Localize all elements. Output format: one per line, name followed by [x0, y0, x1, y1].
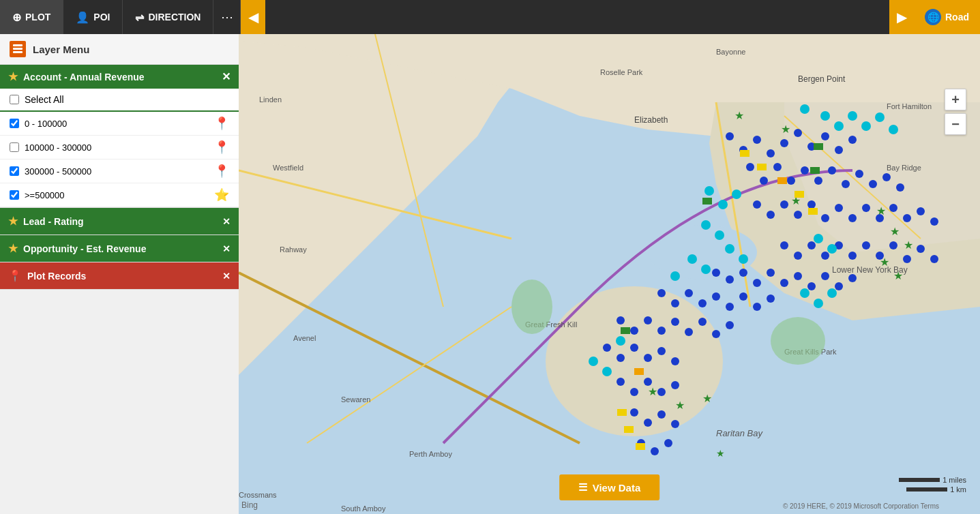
svg-rect-1: [13, 48, 23, 50]
svg-point-89: [780, 279, 788, 287]
svg-rect-174: [624, 426, 634, 433]
road-button[interactable]: 🌐 Road: [914, 0, 980, 34]
svg-text:Bay Ridge: Bay Ridge: [887, 164, 921, 172]
revenue-row-3: >=500000 ⭐: [0, 183, 239, 207]
plot-button[interactable]: ⊕ PLOT: [0, 0, 63, 34]
bing-text: Bing: [241, 500, 258, 510]
svg-text:★: ★: [904, 239, 913, 251]
select-all-label: Select All: [25, 94, 64, 105]
zoom-out-button[interactable]: −: [945, 113, 966, 135]
revenue-checkbox-2[interactable]: [10, 166, 19, 176]
svg-point-154: [589, 357, 598, 366]
svg-text:Rahway: Rahway: [280, 245, 307, 254]
revenue-label-1: 100000 - 300000: [25, 142, 91, 153]
expand-icon: ▶: [897, 9, 907, 25]
poi-button[interactable]: 👤 POI: [63, 0, 123, 34]
poi-icon: 👤: [76, 11, 89, 24]
revenue-row-2: 300000 - 500000 📍: [0, 160, 239, 183]
plot-records-title: Plot Records: [27, 271, 86, 282]
direction-button[interactable]: ⇌ DIRECTION: [123, 0, 213, 34]
svg-point-59: [767, 211, 775, 219]
svg-text:Crossmans: Crossmans: [239, 491, 277, 499]
svg-point-36: [726, 132, 734, 140]
select-all-row: Select All: [0, 89, 239, 112]
svg-point-127: [671, 420, 679, 428]
account-revenue-section: ★ Account - Annual Revenue ✕ Select All …: [0, 65, 239, 208]
map-area: Westfield Linden Rahway Avenel Sewaren P…: [239, 34, 980, 514]
svg-text:★: ★: [716, 448, 725, 459]
svg-rect-175: [636, 443, 645, 450]
svg-text:Westfield: Westfield: [273, 164, 303, 172]
select-all-checkbox[interactable]: [10, 95, 19, 104]
revenue-row-0: 0 - 100000 📍: [0, 112, 239, 136]
svg-point-47: [760, 177, 768, 185]
svg-text:Sewaren: Sewaren: [341, 395, 370, 404]
svg-text:★: ★: [893, 270, 903, 282]
poi-label: POI: [93, 12, 110, 22]
svg-point-83: [930, 255, 938, 263]
revenue-label-2: 300000 - 500000: [25, 166, 91, 177]
view-data-label: View Data: [593, 482, 641, 494]
plot-records-close[interactable]: ✕: [222, 271, 231, 282]
svg-point-51: [814, 177, 822, 185]
map-copyright: © 2019 HERE, © 2019 Microsoft Corporatio…: [783, 502, 939, 510]
expand-button[interactable]: ▶: [889, 0, 914, 34]
globe-icon: 🌐: [925, 9, 941, 25]
svg-point-151: [814, 299, 823, 308]
svg-point-135: [715, 230, 724, 240]
svg-point-64: [835, 204, 843, 212]
svg-rect-2: [13, 51, 23, 53]
svg-point-99: [712, 292, 720, 301]
revenue-checkbox-0[interactable]: [10, 119, 19, 128]
view-data-button[interactable]: ☰ View Data: [559, 474, 660, 500]
zoom-controls: + −: [945, 89, 966, 135]
direction-label: DIRECTION: [148, 12, 201, 22]
more-button[interactable]: ⋯: [213, 0, 241, 34]
svg-point-147: [800, 104, 810, 114]
svg-point-143: [848, 111, 857, 121]
account-revenue-title: Account - Annual Revenue: [23, 72, 145, 82]
svg-point-52: [828, 166, 836, 175]
zoom-in-icon: +: [951, 92, 960, 108]
revenue-checkbox-3[interactable]: [10, 190, 19, 200]
scale-km-bar: [906, 487, 947, 492]
scale-km: 1 km: [906, 485, 966, 494]
account-close-icon[interactable]: ✕: [222, 70, 231, 83]
scale-miles: 1 miles: [899, 476, 966, 484]
svg-point-144: [861, 121, 871, 131]
scale-miles-label: 1 miles: [942, 476, 966, 484]
revenue-checkbox-1[interactable]: [10, 142, 19, 152]
svg-text:Raritan Bay: Raritan Bay: [716, 428, 763, 438]
svg-point-63: [821, 214, 829, 222]
svg-point-55: [869, 180, 877, 188]
svg-rect-0: [13, 44, 23, 46]
bing-logo: Bing: [241, 500, 258, 510]
svg-point-39: [767, 149, 775, 157]
collapse-button[interactable]: ◀: [241, 0, 265, 34]
svg-point-104: [617, 316, 625, 324]
svg-point-95: [657, 289, 666, 297]
svg-point-123: [671, 381, 679, 389]
svg-point-75: [821, 252, 829, 260]
plot-label: PLOT: [25, 12, 50, 22]
svg-point-140: [739, 254, 748, 264]
map-svg: Westfield Linden Rahway Avenel Sewaren P…: [239, 34, 980, 514]
svg-point-106: [644, 316, 652, 324]
svg-point-125: [644, 419, 652, 427]
svg-point-96: [671, 299, 679, 307]
plot-records-icon: 📍: [8, 269, 22, 282]
lead-rating-title: Lead - Rating: [23, 216, 84, 227]
svg-point-152: [827, 288, 837, 298]
lead-rating-header: ★ Lead - Rating ✕: [0, 208, 239, 235]
svg-point-87: [753, 279, 761, 287]
zoom-in-button[interactable]: +: [945, 89, 966, 110]
svg-point-98: [698, 299, 707, 307]
lead-rating-close[interactable]: ✕: [222, 216, 231, 227]
svg-point-109: [685, 328, 693, 336]
opportunity-header: ★ Opportunity - Est. Revenue ✕: [0, 235, 239, 262]
opportunity-close[interactable]: ✕: [222, 243, 231, 254]
svg-point-129: [651, 447, 659, 455]
svg-point-117: [657, 347, 666, 355]
svg-point-50: [801, 166, 809, 175]
opportunity-title: Opportunity - Est. Revenue: [23, 243, 146, 254]
